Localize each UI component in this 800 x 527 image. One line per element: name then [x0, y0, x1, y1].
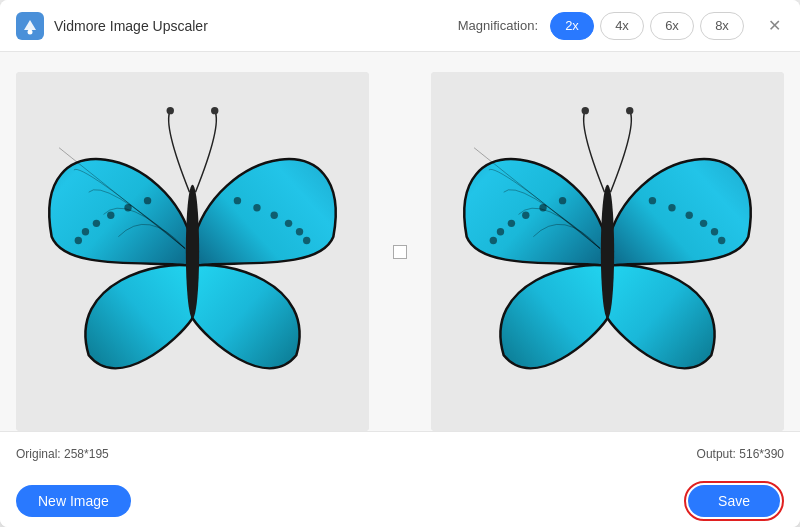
save-button[interactable]: Save — [688, 485, 780, 517]
output-info: Output: 516*390 — [697, 447, 784, 461]
magnification-label: Magnification: — [458, 18, 538, 33]
info-bar: Original: 258*195 Output: 516*390 — [0, 431, 800, 475]
app-window: Vidmore Image Upscaler Magnification: 2x… — [0, 0, 800, 527]
original-info: Original: 258*195 — [16, 447, 109, 461]
magnification-buttons: 2x 4x 6x 8x — [550, 12, 744, 40]
divider-area — [385, 72, 415, 431]
compare-icon — [393, 245, 407, 259]
mag-2x-button[interactable]: 2x — [550, 12, 594, 40]
save-button-wrapper: Save — [684, 481, 784, 521]
new-image-button[interactable]: New Image — [16, 485, 131, 517]
mag-6x-button[interactable]: 6x — [650, 12, 694, 40]
output-image-canvas — [431, 72, 784, 431]
output-image-panel — [431, 72, 784, 431]
app-logo-icon — [16, 12, 44, 40]
main-content — [0, 52, 800, 431]
bottom-bar: New Image Save — [0, 475, 800, 527]
close-button[interactable]: ✕ — [764, 16, 784, 36]
original-image-panel — [16, 72, 369, 431]
original-image-canvas — [16, 72, 369, 431]
svg-point-1 — [28, 29, 33, 34]
app-title: Vidmore Image Upscaler — [54, 18, 208, 34]
mag-8x-button[interactable]: 8x — [700, 12, 744, 40]
title-bar: Vidmore Image Upscaler Magnification: 2x… — [0, 0, 800, 52]
mag-4x-button[interactable]: 4x — [600, 12, 644, 40]
